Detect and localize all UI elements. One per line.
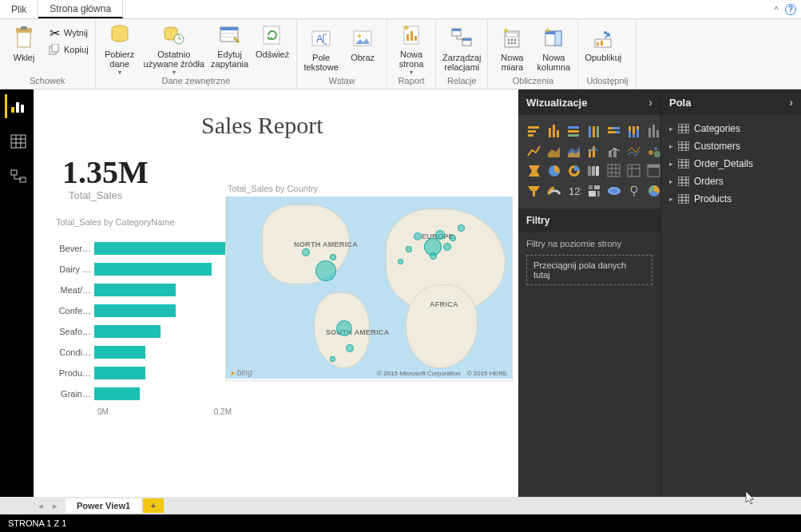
manage-relations-button[interactable]: Zarządzaj relacjami bbox=[441, 24, 482, 72]
viz-type-button[interactable] bbox=[545, 121, 562, 139]
textbox-button[interactable]: A Pole tekstowe bbox=[302, 24, 340, 72]
page-prev-icon[interactable]: ◂ bbox=[34, 501, 48, 511]
report-canvas[interactable]: Sales Report 1.35M Total_Sales Total_Sal… bbox=[34, 89, 518, 497]
viz-type-button[interactable] bbox=[525, 121, 542, 139]
viz-type-button[interactable] bbox=[625, 141, 642, 159]
cut-button[interactable]: ✂ Wytnij bbox=[46, 24, 90, 40]
map-card[interactable]: Total_Sales by Country NORTH AMERICA SOU… bbox=[225, 197, 513, 381]
viz-type-button[interactable] bbox=[644, 181, 662, 199]
bar-category-label: Bever… bbox=[56, 244, 94, 253]
viz-icon bbox=[646, 183, 661, 198]
help-icon[interactable]: ? bbox=[785, 4, 796, 15]
viz-type-button[interactable] bbox=[585, 121, 602, 139]
recent-sources-button[interactable]: Ostatnio używane źródła ▾ bbox=[142, 21, 206, 76]
viz-type-button[interactable] bbox=[525, 181, 542, 199]
report-view-button[interactable] bbox=[5, 94, 29, 118]
field-table-row[interactable]: ▸Customers bbox=[664, 137, 798, 155]
svg-point-34 bbox=[508, 42, 510, 44]
viz-type-button[interactable] bbox=[545, 181, 562, 199]
image-button[interactable]: Obraz bbox=[343, 24, 382, 62]
filters-header[interactable]: Filtry bbox=[518, 208, 660, 232]
svg-rect-141 bbox=[678, 194, 689, 204]
viz-type-button[interactable] bbox=[605, 161, 622, 179]
visualizations-header[interactable]: Wizualizacje › bbox=[518, 89, 660, 115]
field-table-row[interactable]: ▸Orders bbox=[664, 173, 798, 190]
collapse-ribbon-icon[interactable]: ^ bbox=[767, 0, 785, 18]
publish-button[interactable]: Opublikuj bbox=[583, 24, 623, 62]
fields-header[interactable]: Pola › bbox=[661, 89, 801, 115]
viz-type-button[interactable] bbox=[625, 161, 642, 179]
viz-type-button[interactable] bbox=[565, 141, 582, 159]
viz-type-button[interactable] bbox=[605, 121, 622, 139]
viz-type-button[interactable] bbox=[565, 161, 582, 179]
bar-row[interactable]: Dairy … bbox=[56, 259, 232, 280]
field-table-row[interactable]: ▸Products bbox=[664, 190, 798, 208]
barchart-card[interactable]: Total_Sales by CategoryName Bever…Dairy … bbox=[56, 217, 232, 416]
viz-type-button[interactable] bbox=[585, 161, 602, 179]
bar-row[interactable]: Confe… bbox=[56, 300, 232, 321]
bar-row[interactable]: Grain… bbox=[56, 383, 232, 404]
viz-icon bbox=[646, 143, 661, 158]
page-next-icon[interactable]: ▸ bbox=[48, 501, 62, 511]
data-view-button[interactable] bbox=[5, 129, 29, 153]
viz-icon bbox=[626, 183, 641, 198]
edit-queries-button[interactable]: Edytuj zapytania bbox=[209, 21, 250, 69]
bar-row[interactable]: Meat/… bbox=[56, 280, 232, 300]
barchart-xaxis: 0M 0.2M bbox=[56, 407, 232, 416]
tab-home[interactable]: Strona główna bbox=[38, 0, 123, 18]
viz-type-button[interactable] bbox=[585, 141, 602, 159]
refresh-button[interactable]: Odśwież bbox=[253, 21, 291, 59]
bar-row[interactable]: Bever… bbox=[56, 238, 232, 259]
model-view-button[interactable] bbox=[5, 165, 29, 189]
bar-row[interactable]: Produ… bbox=[56, 363, 232, 383]
viz-type-button[interactable] bbox=[525, 141, 542, 159]
add-page-button[interactable]: + bbox=[143, 498, 164, 513]
viz-type-button[interactable] bbox=[625, 181, 642, 199]
svg-rect-74 bbox=[632, 126, 635, 134]
paste-button[interactable]: Wklej bbox=[5, 24, 43, 62]
edit-queries-icon bbox=[217, 22, 243, 48]
viz-type-button[interactable] bbox=[605, 181, 622, 199]
bar-row[interactable]: Condi… bbox=[56, 342, 232, 363]
viz-icon bbox=[606, 123, 621, 138]
svg-rect-56 bbox=[528, 126, 539, 129]
tab-file[interactable]: Plik bbox=[0, 0, 38, 18]
bar-row[interactable]: Seafo… bbox=[56, 321, 232, 342]
get-data-button[interactable]: Pobierz dane ▾ bbox=[101, 21, 139, 76]
viz-type-button[interactable]: 123 bbox=[565, 181, 582, 199]
svg-rect-78 bbox=[648, 128, 651, 137]
kpi-card[interactable]: 1.35M Total_Sales bbox=[62, 153, 149, 201]
field-table-row[interactable]: ▸Categories bbox=[664, 120, 798, 137]
new-page-button[interactable]: ✦ Nowa strona ▾ bbox=[392, 21, 430, 76]
new-measure-button[interactable]: ✦ Nowa miara bbox=[493, 24, 531, 72]
viz-type-button[interactable] bbox=[545, 141, 562, 159]
bar bbox=[94, 263, 212, 276]
viz-type-button[interactable] bbox=[644, 121, 662, 139]
viz-type-button[interactable] bbox=[525, 161, 542, 179]
viz-type-button[interactable] bbox=[605, 141, 622, 159]
svg-point-88 bbox=[648, 150, 653, 155]
viz-type-button[interactable] bbox=[644, 161, 662, 179]
viz-type-button[interactable] bbox=[585, 181, 602, 199]
visualizations-pane: Wizualizacje › 123 Filtry Filtry na pozi… bbox=[518, 89, 660, 497]
viz-type-button[interactable] bbox=[644, 141, 662, 159]
viz-type-button[interactable] bbox=[545, 161, 562, 179]
map-title: Total_Sales by Country bbox=[228, 184, 512, 193]
filters-dropzone[interactable]: Przeciągnij pola danych tutaj bbox=[526, 255, 652, 285]
viz-type-button[interactable] bbox=[565, 121, 582, 139]
recent-icon bbox=[161, 22, 187, 48]
svg-rect-98 bbox=[608, 165, 620, 177]
field-table-row[interactable]: ▸Order_Details bbox=[664, 155, 798, 173]
dropdown-icon: ▾ bbox=[118, 69, 121, 76]
page-tab[interactable]: Power View1 bbox=[65, 498, 141, 513]
viz-icon bbox=[606, 143, 621, 158]
viz-type-button[interactable] bbox=[625, 121, 642, 139]
group-label-clipboard: Schowek bbox=[5, 76, 90, 87]
svg-rect-79 bbox=[652, 125, 655, 137]
viz-icon bbox=[546, 183, 561, 198]
report-view-icon bbox=[10, 99, 26, 113]
new-column-button[interactable]: ✦ Nowa kolumna bbox=[534, 24, 573, 72]
expand-icon: ▸ bbox=[669, 177, 673, 185]
dropdown-icon: ▾ bbox=[172, 69, 176, 76]
copy-button[interactable]: Kopiuj bbox=[46, 41, 90, 57]
